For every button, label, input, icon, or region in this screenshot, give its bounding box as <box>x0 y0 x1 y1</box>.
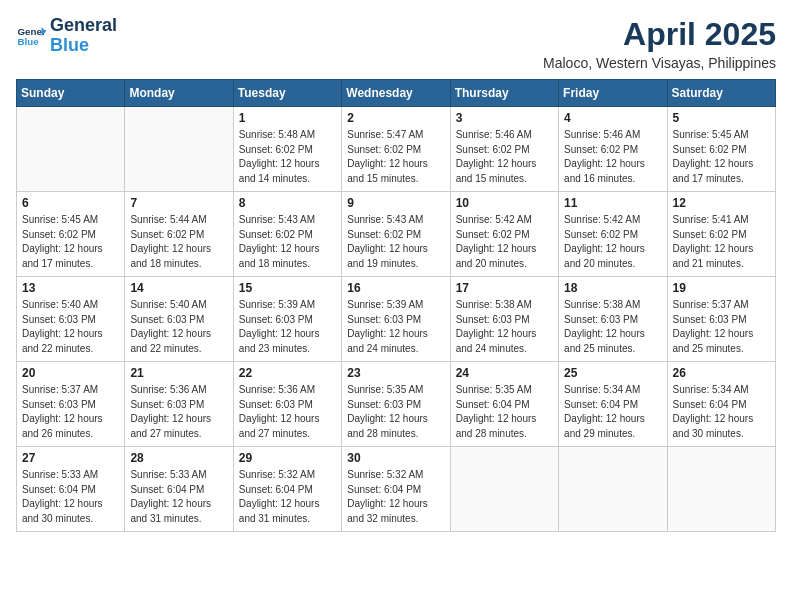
day-info: Sunrise: 5:35 AMSunset: 6:03 PMDaylight:… <box>347 383 444 441</box>
day-info: Sunrise: 5:46 AMSunset: 6:02 PMDaylight:… <box>564 128 661 186</box>
day-cell: 11Sunrise: 5:42 AMSunset: 6:02 PMDayligh… <box>559 192 667 277</box>
day-info: Sunrise: 5:39 AMSunset: 6:03 PMDaylight:… <box>239 298 336 356</box>
day-info: Sunrise: 5:43 AMSunset: 6:02 PMDaylight:… <box>347 213 444 271</box>
day-cell: 3Sunrise: 5:46 AMSunset: 6:02 PMDaylight… <box>450 107 558 192</box>
day-number: 6 <box>22 196 119 210</box>
day-number: 3 <box>456 111 553 125</box>
day-number: 16 <box>347 281 444 295</box>
day-cell: 1Sunrise: 5:48 AMSunset: 6:02 PMDaylight… <box>233 107 341 192</box>
day-info: Sunrise: 5:47 AMSunset: 6:02 PMDaylight:… <box>347 128 444 186</box>
day-info: Sunrise: 5:45 AMSunset: 6:02 PMDaylight:… <box>22 213 119 271</box>
day-info: Sunrise: 5:42 AMSunset: 6:02 PMDaylight:… <box>564 213 661 271</box>
page-header: General Blue General Blue April 2025 Mal… <box>16 16 776 71</box>
svg-text:Blue: Blue <box>18 36 40 47</box>
day-cell: 14Sunrise: 5:40 AMSunset: 6:03 PMDayligh… <box>125 277 233 362</box>
day-info: Sunrise: 5:32 AMSunset: 6:04 PMDaylight:… <box>347 468 444 526</box>
day-number: 19 <box>673 281 770 295</box>
day-info: Sunrise: 5:42 AMSunset: 6:02 PMDaylight:… <box>456 213 553 271</box>
day-cell: 17Sunrise: 5:38 AMSunset: 6:03 PMDayligh… <box>450 277 558 362</box>
day-number: 12 <box>673 196 770 210</box>
day-number: 15 <box>239 281 336 295</box>
day-number: 20 <box>22 366 119 380</box>
day-number: 18 <box>564 281 661 295</box>
day-cell: 27Sunrise: 5:33 AMSunset: 6:04 PMDayligh… <box>17 447 125 532</box>
day-number: 26 <box>673 366 770 380</box>
logo: General Blue General Blue <box>16 16 117 56</box>
day-number: 21 <box>130 366 227 380</box>
day-number: 10 <box>456 196 553 210</box>
day-cell: 18Sunrise: 5:38 AMSunset: 6:03 PMDayligh… <box>559 277 667 362</box>
day-number: 11 <box>564 196 661 210</box>
day-info: Sunrise: 5:43 AMSunset: 6:02 PMDaylight:… <box>239 213 336 271</box>
weekday-header-tuesday: Tuesday <box>233 80 341 107</box>
day-info: Sunrise: 5:36 AMSunset: 6:03 PMDaylight:… <box>239 383 336 441</box>
weekday-header-row: SundayMondayTuesdayWednesdayThursdayFrid… <box>17 80 776 107</box>
day-number: 14 <box>130 281 227 295</box>
day-cell: 15Sunrise: 5:39 AMSunset: 6:03 PMDayligh… <box>233 277 341 362</box>
logo-text: General Blue <box>50 16 117 56</box>
day-cell: 21Sunrise: 5:36 AMSunset: 6:03 PMDayligh… <box>125 362 233 447</box>
day-number: 4 <box>564 111 661 125</box>
day-number: 24 <box>456 366 553 380</box>
day-cell: 26Sunrise: 5:34 AMSunset: 6:04 PMDayligh… <box>667 362 775 447</box>
day-info: Sunrise: 5:39 AMSunset: 6:03 PMDaylight:… <box>347 298 444 356</box>
weekday-header-saturday: Saturday <box>667 80 775 107</box>
day-cell: 9Sunrise: 5:43 AMSunset: 6:02 PMDaylight… <box>342 192 450 277</box>
day-cell: 19Sunrise: 5:37 AMSunset: 6:03 PMDayligh… <box>667 277 775 362</box>
day-number: 8 <box>239 196 336 210</box>
day-cell: 2Sunrise: 5:47 AMSunset: 6:02 PMDaylight… <box>342 107 450 192</box>
day-info: Sunrise: 5:36 AMSunset: 6:03 PMDaylight:… <box>130 383 227 441</box>
day-cell <box>667 447 775 532</box>
day-info: Sunrise: 5:33 AMSunset: 6:04 PMDaylight:… <box>130 468 227 526</box>
day-cell: 16Sunrise: 5:39 AMSunset: 6:03 PMDayligh… <box>342 277 450 362</box>
day-cell: 10Sunrise: 5:42 AMSunset: 6:02 PMDayligh… <box>450 192 558 277</box>
day-cell: 5Sunrise: 5:45 AMSunset: 6:02 PMDaylight… <box>667 107 775 192</box>
day-cell: 12Sunrise: 5:41 AMSunset: 6:02 PMDayligh… <box>667 192 775 277</box>
day-cell <box>450 447 558 532</box>
day-info: Sunrise: 5:46 AMSunset: 6:02 PMDaylight:… <box>456 128 553 186</box>
day-info: Sunrise: 5:34 AMSunset: 6:04 PMDaylight:… <box>564 383 661 441</box>
day-cell: 20Sunrise: 5:37 AMSunset: 6:03 PMDayligh… <box>17 362 125 447</box>
day-number: 1 <box>239 111 336 125</box>
week-row-5: 27Sunrise: 5:33 AMSunset: 6:04 PMDayligh… <box>17 447 776 532</box>
day-info: Sunrise: 5:35 AMSunset: 6:04 PMDaylight:… <box>456 383 553 441</box>
day-number: 2 <box>347 111 444 125</box>
weekday-header-thursday: Thursday <box>450 80 558 107</box>
day-cell: 7Sunrise: 5:44 AMSunset: 6:02 PMDaylight… <box>125 192 233 277</box>
day-number: 9 <box>347 196 444 210</box>
day-number: 25 <box>564 366 661 380</box>
day-cell: 25Sunrise: 5:34 AMSunset: 6:04 PMDayligh… <box>559 362 667 447</box>
day-number: 28 <box>130 451 227 465</box>
day-number: 5 <box>673 111 770 125</box>
location-subtitle: Maloco, Western Visayas, Philippines <box>543 55 776 71</box>
day-number: 27 <box>22 451 119 465</box>
day-cell: 30Sunrise: 5:32 AMSunset: 6:04 PMDayligh… <box>342 447 450 532</box>
day-info: Sunrise: 5:33 AMSunset: 6:04 PMDaylight:… <box>22 468 119 526</box>
day-info: Sunrise: 5:32 AMSunset: 6:04 PMDaylight:… <box>239 468 336 526</box>
week-row-1: 1Sunrise: 5:48 AMSunset: 6:02 PMDaylight… <box>17 107 776 192</box>
day-info: Sunrise: 5:45 AMSunset: 6:02 PMDaylight:… <box>673 128 770 186</box>
day-cell: 6Sunrise: 5:45 AMSunset: 6:02 PMDaylight… <box>17 192 125 277</box>
day-cell: 28Sunrise: 5:33 AMSunset: 6:04 PMDayligh… <box>125 447 233 532</box>
day-info: Sunrise: 5:40 AMSunset: 6:03 PMDaylight:… <box>130 298 227 356</box>
day-number: 17 <box>456 281 553 295</box>
day-info: Sunrise: 5:44 AMSunset: 6:02 PMDaylight:… <box>130 213 227 271</box>
day-number: 22 <box>239 366 336 380</box>
day-number: 13 <box>22 281 119 295</box>
day-number: 29 <box>239 451 336 465</box>
day-number: 30 <box>347 451 444 465</box>
day-cell: 24Sunrise: 5:35 AMSunset: 6:04 PMDayligh… <box>450 362 558 447</box>
day-info: Sunrise: 5:37 AMSunset: 6:03 PMDaylight:… <box>22 383 119 441</box>
day-cell: 29Sunrise: 5:32 AMSunset: 6:04 PMDayligh… <box>233 447 341 532</box>
week-row-2: 6Sunrise: 5:45 AMSunset: 6:02 PMDaylight… <box>17 192 776 277</box>
week-row-4: 20Sunrise: 5:37 AMSunset: 6:03 PMDayligh… <box>17 362 776 447</box>
weekday-header-monday: Monday <box>125 80 233 107</box>
title-block: April 2025 Maloco, Western Visayas, Phil… <box>543 16 776 71</box>
day-info: Sunrise: 5:40 AMSunset: 6:03 PMDaylight:… <box>22 298 119 356</box>
logo-icon: General Blue <box>16 21 46 51</box>
day-info: Sunrise: 5:37 AMSunset: 6:03 PMDaylight:… <box>673 298 770 356</box>
day-info: Sunrise: 5:38 AMSunset: 6:03 PMDaylight:… <box>564 298 661 356</box>
day-info: Sunrise: 5:38 AMSunset: 6:03 PMDaylight:… <box>456 298 553 356</box>
day-number: 23 <box>347 366 444 380</box>
calendar-table: SundayMondayTuesdayWednesdayThursdayFrid… <box>16 79 776 532</box>
